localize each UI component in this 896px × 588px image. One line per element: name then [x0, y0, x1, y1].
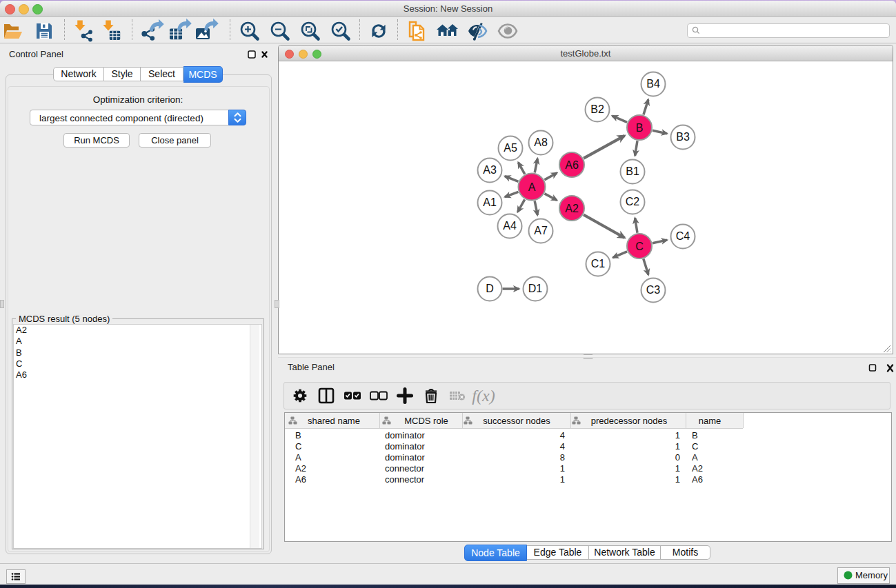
svg-text:name: name	[699, 416, 721, 426]
svg-text:A4: A4	[503, 220, 517, 232]
svg-text:A2: A2	[692, 463, 703, 474]
svg-text:A2: A2	[295, 463, 306, 474]
svg-text:B2: B2	[590, 103, 604, 115]
svg-text:A8: A8	[534, 136, 548, 148]
svg-text:D: D	[486, 283, 494, 294]
svg-text:connector: connector	[385, 474, 425, 485]
svg-text:A: A	[528, 181, 536, 193]
svg-text:A: A	[692, 452, 698, 463]
svg-text:0: 0	[675, 452, 680, 463]
svg-text:1: 1	[675, 430, 680, 440]
svg-text:A6: A6	[692, 474, 703, 485]
svg-text:dominator: dominator	[385, 452, 425, 463]
svg-text:MCDS role: MCDS role	[404, 416, 448, 426]
svg-text:D1: D1	[528, 283, 543, 294]
svg-text:C: C	[295, 441, 301, 452]
svg-text:B: B	[692, 430, 698, 440]
svg-text:A5: A5	[504, 142, 517, 154]
svg-text:connector: connector	[385, 463, 425, 474]
svg-text:1: 1	[560, 474, 565, 485]
svg-text:B4: B4	[646, 78, 660, 90]
svg-text:4: 4	[560, 441, 565, 452]
svg-text:1: 1	[675, 474, 680, 485]
svg-text:predecessor nodes: predecessor nodes	[591, 416, 668, 426]
svg-text:B1: B1	[626, 165, 639, 177]
svg-text:A6: A6	[295, 474, 306, 485]
svg-text:A: A	[295, 452, 301, 463]
svg-text:A7: A7	[534, 225, 548, 236]
svg-text:A2: A2	[565, 203, 579, 214]
svg-text:8: 8	[560, 452, 565, 463]
svg-text:A1: A1	[483, 196, 497, 208]
svg-text:1: 1	[675, 441, 680, 452]
svg-text:A6: A6	[565, 159, 579, 171]
svg-text:shared name: shared name	[308, 416, 360, 426]
svg-text:B: B	[295, 430, 301, 440]
svg-text:C3: C3	[646, 284, 661, 296]
svg-text:C: C	[692, 441, 698, 452]
svg-text:C1: C1	[591, 258, 606, 270]
svg-text:C: C	[635, 241, 644, 252]
svg-text:dominator: dominator	[385, 441, 425, 452]
svg-text:4: 4	[560, 430, 565, 440]
svg-text:1: 1	[675, 463, 680, 474]
svg-text:B3: B3	[676, 131, 690, 143]
svg-text:successor nodes: successor nodes	[483, 416, 550, 426]
svg-text:C4: C4	[676, 230, 690, 242]
svg-text:f(x): f(x)	[472, 387, 495, 405]
svg-text:dominator: dominator	[385, 430, 425, 440]
svg-text:B: B	[636, 122, 644, 134]
svg-text:A3: A3	[483, 164, 497, 176]
svg-text:C2: C2	[626, 196, 640, 207]
svg-text:1: 1	[560, 463, 565, 474]
